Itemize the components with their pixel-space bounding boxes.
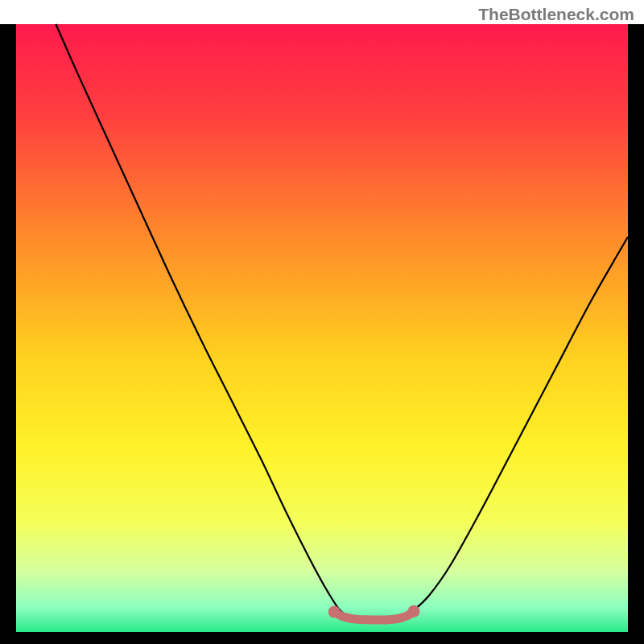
frame-bottom [0,632,644,644]
bottleneck-chart [0,0,644,644]
optimal-zone-end-left [328,606,341,618]
plot-background [16,24,628,632]
optimal-zone-end-right [408,605,420,617]
frame-left [0,24,16,644]
chart-container: TheBottleneck.com [0,0,644,644]
frame-right [628,24,644,644]
